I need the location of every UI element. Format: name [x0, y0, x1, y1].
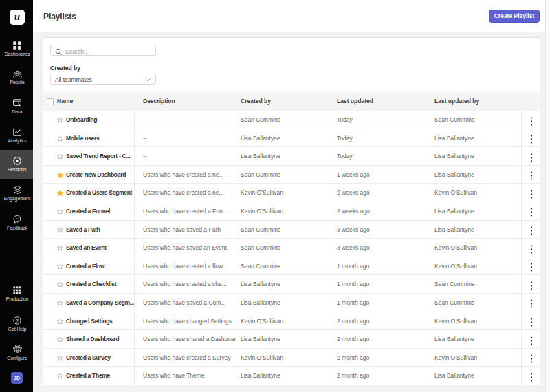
svg-text:?: ? [16, 318, 19, 324]
